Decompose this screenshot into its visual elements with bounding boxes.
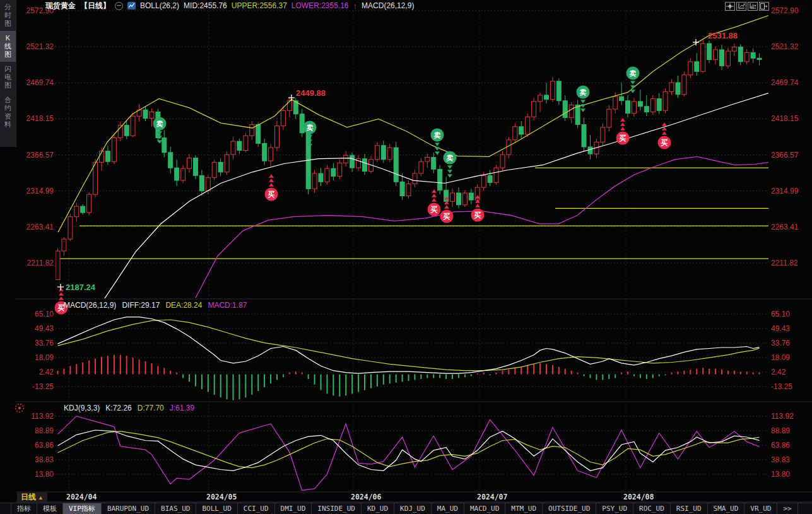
- candle: [663, 88, 668, 114]
- svg-text:2469.74: 2469.74: [771, 78, 799, 87]
- toolbar-item-inside_ud[interactable]: INSIDE_UD: [312, 503, 362, 514]
- candle: [300, 109, 304, 137]
- toolbar-item-boll_ud[interactable]: BOLL_UD: [196, 503, 237, 514]
- toolbar-item-roc_ud[interactable]: ROC_UD: [633, 503, 671, 514]
- kdj-k-value: K:72.26: [105, 404, 131, 412]
- candle: [538, 93, 543, 112]
- candle: [350, 153, 355, 172]
- svg-text:卖: 卖: [156, 120, 163, 127]
- toolbar-item-vr_ud[interactable]: VR_UD: [744, 503, 777, 514]
- svg-text:卖: 卖: [580, 88, 587, 96]
- candle: [556, 78, 561, 105]
- candle: [193, 155, 197, 179]
- boll-label: BOLL(26,2): [140, 1, 179, 10]
- macd-diff-value: DIFF:29.17: [122, 301, 160, 310]
- chart-pan-icon[interactable]: [748, 2, 758, 11]
- sell-marker: 卖: [627, 67, 640, 93]
- toolbar-item-psy_ud[interactable]: PSY_UD: [596, 503, 633, 514]
- toolbar-item-cci_ud[interactable]: CCI_UD: [238, 503, 275, 514]
- candle: [175, 160, 179, 186]
- candle: [93, 159, 98, 197]
- chart-header: 现货黄金 【日线】 BOLL(26,2) MID:2455.76 UPPER:2…: [45, 1, 414, 11]
- collapse-icon[interactable]: [115, 2, 123, 10]
- candle: [688, 58, 693, 78]
- kdj-panel-header: KDJ(9,3,3) K:72.26 D:77.70 J:61.39: [64, 404, 194, 412]
- svg-text:65.10: 65.10: [771, 310, 790, 318]
- candle: [462, 190, 467, 207]
- kline-chart-canvas[interactable]: 2572.902572.902521.322521.322469.742469.…: [0, 0, 812, 514]
- svg-text:38.83: 38.83: [35, 455, 54, 464]
- candle: [532, 98, 536, 120]
- candle: [601, 123, 605, 145]
- svg-text:2.42: 2.42: [771, 368, 786, 377]
- grid-layer: 2572.902572.902521.322521.322469.742469.…: [16, 6, 812, 502]
- crosshair-icon[interactable]: [725, 2, 735, 11]
- candle: [701, 39, 705, 73]
- svg-text:2366.57: 2366.57: [26, 151, 54, 160]
- svg-text:49.43: 49.43: [771, 324, 790, 333]
- svg-text:-13.25: -13.25: [32, 382, 54, 391]
- candle: [757, 53, 762, 65]
- candle: [669, 79, 674, 95]
- svg-text:88.89: 88.89: [771, 426, 790, 435]
- svg-text:113.92: 113.92: [771, 412, 794, 421]
- boll-mid-value: MID:2455.76: [184, 1, 227, 10]
- candle: [406, 180, 411, 199]
- candle: [632, 98, 637, 117]
- sidebar-tab-2[interactable]: 闪 电 图: [0, 62, 16, 93]
- candle: [732, 44, 736, 56]
- svg-text:2314.99: 2314.99: [26, 187, 54, 196]
- toolbar-item-dmi_ud[interactable]: DMI_UD: [275, 503, 312, 514]
- svg-text:49.43: 49.43: [35, 324, 54, 333]
- macd-panel: [58, 317, 760, 400]
- toolbar-item-[interactable]: 指标: [11, 503, 37, 514]
- svg-text:买: 买: [443, 213, 450, 220]
- toolbar-item-barupdn_ud[interactable]: BARUPDN_UD: [102, 503, 155, 514]
- candle: [657, 93, 661, 114]
- candle: [244, 133, 248, 153]
- candle: [262, 139, 267, 165]
- chevron-up-icon: ▲: [38, 494, 44, 501]
- candle: [438, 165, 442, 195]
- svg-text:2572.90: 2572.90: [771, 6, 799, 15]
- candle: [644, 95, 649, 116]
- candle: [162, 130, 167, 157]
- chart-tool-icons: [725, 2, 769, 11]
- svg-text:2024/05: 2024/05: [206, 493, 237, 501]
- candle: [269, 144, 273, 166]
- toolbar-item-sma_ud[interactable]: SMA_UD: [708, 503, 745, 514]
- period-title: 【日线】: [80, 1, 110, 11]
- toolbar-item-bias_ud[interactable]: BIAS_UD: [155, 503, 196, 514]
- toolbar-item-outside_ud[interactable]: OUTSIDE_UD: [543, 503, 596, 514]
- candle: [550, 77, 555, 102]
- sidebar-tab-1[interactable]: K 线 图: [0, 31, 16, 62]
- candle: [544, 83, 549, 103]
- candle: [281, 107, 285, 131]
- toolbar-item-ma_ud[interactable]: MA_UD: [432, 503, 464, 514]
- sidebar-tab-0[interactable]: 分 时 图: [0, 0, 16, 31]
- candle: [118, 122, 122, 141]
- candle: [494, 165, 498, 185]
- sidebar-tab-3[interactable]: 合 约 资 料: [0, 93, 16, 132]
- toolbar-item-vip[interactable]: VIP指标: [63, 503, 102, 514]
- svg-text:2024/04: 2024/04: [66, 493, 97, 501]
- toolbar-item-[interactable]: 模板: [37, 503, 63, 514]
- toolbar-item-kdj_ud[interactable]: KDJ_UD: [394, 503, 432, 514]
- toolbar-item-kd_ud[interactable]: KD_UD: [362, 503, 394, 514]
- svg-text:买: 买: [268, 190, 275, 198]
- macd-param-label: MACD(26,12,9): [362, 1, 414, 10]
- toolbar-item-mtm_ud[interactable]: MTM_UD: [505, 503, 543, 514]
- toolbar-item-macd_ud[interactable]: MACD_UD: [464, 503, 505, 514]
- svg-text:2263.41: 2263.41: [771, 223, 799, 231]
- svg-text:33.76: 33.76: [35, 339, 54, 348]
- toolbar-item-rsi_ud[interactable]: RSI_UD: [671, 503, 708, 514]
- kdj-panel: [58, 416, 760, 491]
- kdj-settings-icon[interactable]: [14, 402, 25, 416]
- candle: [187, 154, 192, 173]
- period-selector[interactable]: 日线 ▲: [17, 493, 47, 502]
- chart-export-icon[interactable]: [759, 2, 769, 11]
- toolbar-item-[interactable]: >>: [777, 503, 797, 514]
- mini-chart-icon[interactable]: [127, 2, 136, 9]
- chart-scale-icon[interactable]: [736, 2, 746, 11]
- trading-app: 2572.902572.902521.322521.322469.742469.…: [0, 0, 812, 514]
